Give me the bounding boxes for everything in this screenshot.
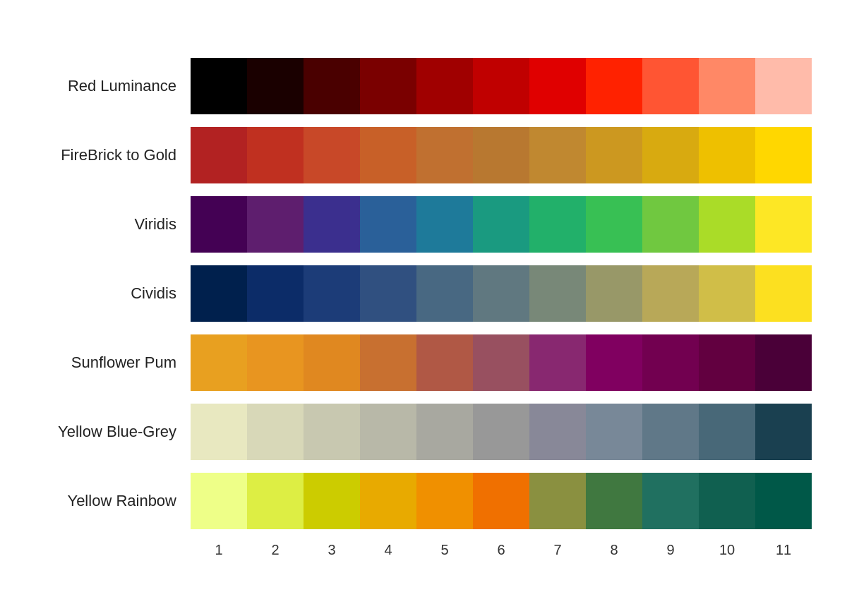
swatch-2-10 [755, 196, 812, 253]
swatch-3-2 [304, 265, 360, 322]
palette-swatches-1 [191, 127, 812, 183]
swatch-5-8 [642, 404, 699, 460]
swatch-6-8 [642, 473, 699, 529]
swatch-2-4 [416, 196, 473, 253]
palette-row-3: Cividis [35, 265, 812, 322]
axis-label-2: 3 [304, 542, 360, 558]
palette-label-5: Yellow Blue-Grey [35, 423, 191, 441]
axis-label-1: 2 [247, 542, 304, 558]
axis-label-8: 9 [642, 542, 699, 558]
swatch-4-0 [191, 334, 247, 391]
swatch-6-6 [529, 473, 586, 529]
swatch-3-3 [360, 265, 416, 322]
swatch-1-3 [360, 127, 416, 183]
swatch-0-5 [473, 58, 529, 114]
swatch-5-9 [699, 404, 755, 460]
swatch-1-6 [529, 127, 586, 183]
axis-label-0: 1 [191, 542, 247, 558]
axis-label-4: 5 [416, 542, 473, 558]
swatch-3-7 [586, 265, 642, 322]
palette-swatches-3 [191, 265, 812, 322]
swatch-5-6 [529, 404, 586, 460]
swatch-6-4 [416, 473, 473, 529]
palette-swatches-5 [191, 404, 812, 460]
swatch-4-5 [473, 334, 529, 391]
palette-swatches-2 [191, 196, 812, 253]
swatch-2-9 [699, 196, 755, 253]
swatch-3-4 [416, 265, 473, 322]
swatch-1-2 [304, 127, 360, 183]
palette-row-5: Yellow Blue-Grey [35, 404, 812, 460]
swatch-4-2 [304, 334, 360, 391]
swatch-0-3 [360, 58, 416, 114]
swatch-4-1 [247, 334, 304, 391]
swatch-6-3 [360, 473, 416, 529]
swatch-6-10 [755, 473, 812, 529]
swatch-6-2 [304, 473, 360, 529]
swatch-5-1 [247, 404, 304, 460]
swatch-0-4 [416, 58, 473, 114]
swatch-3-6 [529, 265, 586, 322]
swatch-4-6 [529, 334, 586, 391]
swatch-2-1 [247, 196, 304, 253]
swatch-1-7 [586, 127, 642, 183]
palette-swatches-6 [191, 473, 812, 529]
swatch-5-0 [191, 404, 247, 460]
swatch-4-9 [699, 334, 755, 391]
swatch-4-8 [642, 334, 699, 391]
palette-swatches-0 [191, 58, 812, 114]
swatch-0-9 [699, 58, 755, 114]
swatch-3-10 [755, 265, 812, 322]
axis-label-5: 6 [473, 542, 529, 558]
swatch-4-3 [360, 334, 416, 391]
swatch-6-0 [191, 473, 247, 529]
swatch-5-2 [304, 404, 360, 460]
swatch-2-5 [473, 196, 529, 253]
swatch-1-1 [247, 127, 304, 183]
axis-label-7: 8 [586, 542, 642, 558]
palette-row-4: Sunflower Pum [35, 334, 812, 391]
swatch-1-10 [755, 127, 812, 183]
palette-label-1: FireBrick to Gold [35, 146, 191, 164]
swatch-3-9 [699, 265, 755, 322]
palette-row-6: Yellow Rainbow [35, 473, 812, 529]
palette-label-3: Cividis [35, 284, 191, 303]
swatch-3-0 [191, 265, 247, 322]
axis-label-3: 4 [360, 542, 416, 558]
chart-container: Red LuminanceFireBrick to GoldViridisCiv… [35, 44, 812, 572]
swatch-0-2 [304, 58, 360, 114]
swatch-3-1 [247, 265, 304, 322]
swatch-2-6 [529, 196, 586, 253]
palette-row-1: FireBrick to Gold [35, 127, 812, 183]
palette-label-4: Sunflower Pum [35, 354, 191, 372]
swatch-5-7 [586, 404, 642, 460]
axis-label-6: 7 [529, 542, 586, 558]
swatch-6-7 [586, 473, 642, 529]
swatch-2-7 [586, 196, 642, 253]
axis-labels: 1234567891011 [191, 542, 812, 558]
swatch-4-10 [755, 334, 812, 391]
palette-swatches-4 [191, 334, 812, 391]
palette-row-2: Viridis [35, 196, 812, 253]
swatch-1-9 [699, 127, 755, 183]
swatch-6-1 [247, 473, 304, 529]
swatch-1-4 [416, 127, 473, 183]
axis-label-9: 10 [699, 542, 755, 558]
swatch-2-3 [360, 196, 416, 253]
swatch-6-5 [473, 473, 529, 529]
swatch-6-9 [699, 473, 755, 529]
swatch-5-4 [416, 404, 473, 460]
swatch-5-3 [360, 404, 416, 460]
swatch-4-4 [416, 334, 473, 391]
swatch-0-1 [247, 58, 304, 114]
swatch-2-8 [642, 196, 699, 253]
palette-label-0: Red Luminance [35, 77, 191, 95]
palette-row-0: Red Luminance [35, 58, 812, 114]
swatch-1-0 [191, 127, 247, 183]
axis-label-10: 11 [755, 542, 812, 558]
swatch-3-5 [473, 265, 529, 322]
swatch-1-8 [642, 127, 699, 183]
swatch-5-10 [755, 404, 812, 460]
axis-row: 1234567891011 [35, 542, 812, 558]
swatch-0-8 [642, 58, 699, 114]
